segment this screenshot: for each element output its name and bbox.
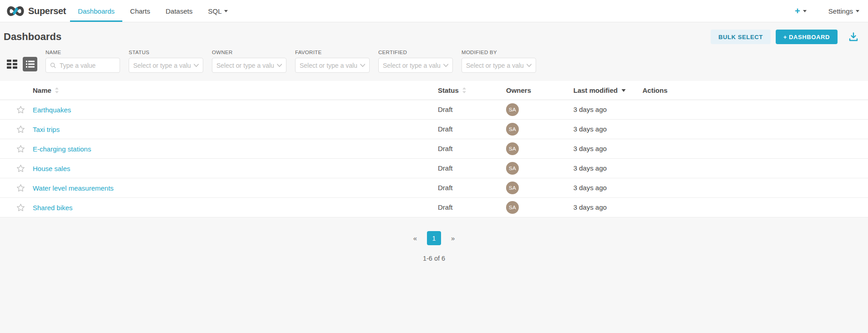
filter-bar: NAME STATUS Select or type a value OWNER… <box>0 47 868 81</box>
filter-select-placeholder: Select or type a value <box>216 62 274 69</box>
settings-label: Settings <box>828 7 853 15</box>
filter-label: FAVORITE <box>295 50 370 55</box>
filter: MODIFIED BY Select or type a value <box>462 50 536 73</box>
list-view-toggle[interactable] <box>23 57 37 71</box>
dashboard-link[interactable]: House sales <box>33 165 70 172</box>
brand-name: Superset <box>28 6 66 16</box>
card-view-icon <box>6 59 18 69</box>
settings-menu[interactable]: Settings <box>828 7 859 15</box>
dashboard-link[interactable]: Water level measurements <box>33 184 114 192</box>
owner-avatar[interactable]: SA <box>506 182 519 194</box>
status-text: Draft <box>438 145 453 152</box>
star-icon <box>16 106 25 114</box>
owner-avatar[interactable]: SA <box>506 123 519 136</box>
dashboard-link[interactable]: Earthquakes <box>33 106 71 114</box>
filter-select-control[interactable]: Select or type a value <box>212 58 286 73</box>
star-icon <box>16 184 25 192</box>
favorite-star-button[interactable] <box>16 145 25 153</box>
filter-label: STATUS <box>129 50 203 55</box>
pagination-summary: 1-6 of 6 <box>0 255 868 262</box>
page-title: Dashboards <box>4 31 61 43</box>
filter-select-control[interactable]: Select or type a value <box>129 58 203 73</box>
view-toggles <box>6 57 37 71</box>
column-header-name[interactable]: Name <box>33 86 51 94</box>
dashboards-table: Name Status Owners Last modified Actions <box>0 81 868 217</box>
sort-desc-icon[interactable] <box>622 89 626 92</box>
bulk-select-button[interactable]: BULK SELECT <box>711 30 771 44</box>
status-text: Draft <box>438 203 453 211</box>
nav-item-datasets[interactable]: Datasets <box>158 0 200 22</box>
star-icon <box>16 164 25 172</box>
chevron-down-icon <box>224 10 228 12</box>
status-text: Draft <box>438 184 453 192</box>
chevron-down-icon <box>360 64 365 67</box>
favorite-star-button[interactable] <box>16 164 25 172</box>
column-header-status[interactable]: Status <box>438 86 459 94</box>
list-view-icon <box>26 61 35 68</box>
table-row: Water level measurements Draft SA 3 days… <box>0 178 868 198</box>
nav-item-label: Datasets <box>166 7 192 15</box>
filter: CERTIFIED Select or type a value <box>378 50 453 73</box>
sort-neutral-icon[interactable] <box>462 87 466 93</box>
last-modified-text: 3 days ago <box>573 145 607 152</box>
dashboard-link[interactable]: Taxi trips <box>33 126 60 133</box>
star-icon <box>16 125 25 133</box>
pagination-prev[interactable]: « <box>409 234 421 242</box>
new-dashboard-button[interactable]: + DASHBOARD <box>776 30 838 44</box>
favorite-star-button[interactable] <box>16 184 25 192</box>
header-actions: BULK SELECT + DASHBOARD <box>711 30 859 44</box>
owner-avatar[interactable]: SA <box>506 142 519 155</box>
star-icon <box>16 203 25 212</box>
nav-item-label: Charts <box>130 7 150 15</box>
last-modified-text: 3 days ago <box>573 125 607 133</box>
sort-neutral-icon[interactable] <box>55 87 59 93</box>
download-icon <box>848 31 859 42</box>
filter-select-control[interactable]: Select or type a value <box>378 58 453 73</box>
table-header-row: Name Status Owners Last modified Actions <box>0 81 868 100</box>
infinity-logo-icon <box>6 5 25 17</box>
nav-item-charts[interactable]: Charts <box>122 0 158 22</box>
owner-avatar[interactable]: SA <box>506 201 519 214</box>
favorite-star-button[interactable] <box>16 203 25 212</box>
filter-search-control[interactable] <box>45 58 120 73</box>
owner-avatar[interactable]: SA <box>506 162 519 175</box>
table-body: Earthquakes Draft SA 3 days ago Taxi tri… <box>0 100 868 217</box>
filter-search-input[interactable] <box>59 61 115 70</box>
status-text: Draft <box>438 164 453 172</box>
favorite-star-button[interactable] <box>16 125 25 133</box>
column-header-last-modified[interactable]: Last modified <box>573 86 618 94</box>
superset-logo[interactable]: Superset <box>6 0 66 22</box>
card-view-toggle[interactable] <box>6 59 18 69</box>
filter-label: OWNER <box>212 50 286 55</box>
last-modified-text: 3 days ago <box>573 203 607 211</box>
nav-item-sql[interactable]: SQL <box>200 0 236 22</box>
pagination-page-1[interactable]: 1 <box>427 231 441 245</box>
pagination-next[interactable]: » <box>447 234 459 242</box>
dashboard-link[interactable]: E-charging stations <box>33 145 91 153</box>
import-dashboards-button[interactable] <box>848 31 859 42</box>
nav-item-dashboards[interactable]: Dashboards <box>70 0 122 22</box>
filter-select-control[interactable]: Select or type a value <box>462 58 536 73</box>
owner-avatar[interactable]: SA <box>506 103 519 116</box>
filter: STATUS Select or type a value <box>129 50 203 73</box>
chevron-down-icon <box>527 64 532 67</box>
table-row: Shared bikes Draft SA 3 days ago <box>0 198 868 217</box>
filter-select-placeholder: Select or type a value <box>466 62 524 69</box>
new-item-menu[interactable]: + <box>795 6 807 15</box>
column-header-actions: Actions <box>642 86 667 94</box>
page-header: Dashboards BULK SELECT + DASHBOARD <box>0 22 868 47</box>
last-modified-text: 3 days ago <box>573 106 607 113</box>
column-header-owners: Owners <box>506 86 531 94</box>
last-modified-text: 3 days ago <box>573 164 607 172</box>
nav-item-label: SQL <box>208 7 221 15</box>
filter: OWNER Select or type a value <box>212 50 286 73</box>
chevron-down-icon <box>803 10 807 12</box>
filter-select-control[interactable]: Select or type a value <box>295 58 370 73</box>
table-row: House sales Draft SA 3 days ago <box>0 159 868 178</box>
last-modified-text: 3 days ago <box>573 184 607 192</box>
filter-select-placeholder: Select or type a value <box>300 62 357 69</box>
filter-select-placeholder: Select or type a value <box>383 62 441 69</box>
favorite-star-button[interactable] <box>16 106 25 114</box>
nav-right: + Settings <box>795 0 859 22</box>
dashboard-link[interactable]: Shared bikes <box>33 204 73 212</box>
